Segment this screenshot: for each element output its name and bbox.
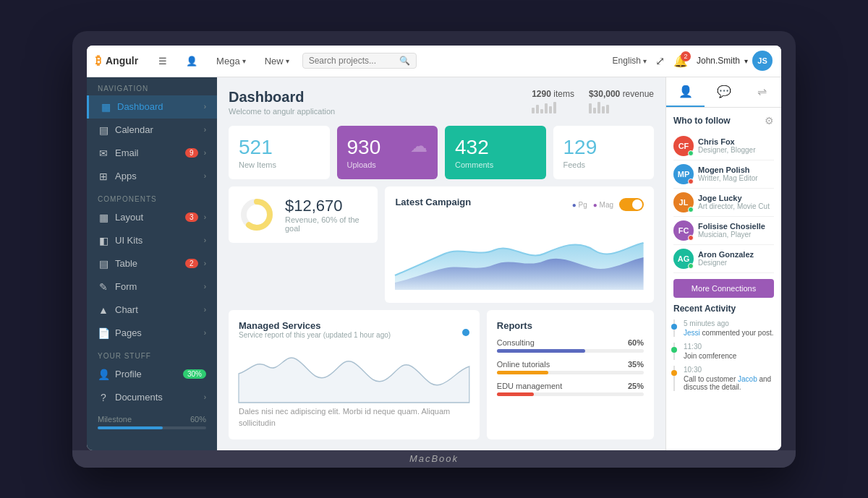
follow-name-3: Folisise Chosielle <box>698 222 765 231</box>
search-input[interactable] <box>309 56 396 66</box>
follow-avatar-1: MP <box>673 164 694 184</box>
laptop-base: MacBook <box>72 450 796 468</box>
sidebar-item-documents[interactable]: ? Documents › <box>87 386 217 409</box>
managed-card: Managed Services Service report of this … <box>229 310 480 439</box>
online-pct: 35% <box>628 360 644 369</box>
online-bar <box>497 371 548 374</box>
online-dot-3 <box>688 235 694 241</box>
activity-text2-2: Call to customer <box>684 375 738 383</box>
managed-text: Dales nisi nec adipiscing elit. Morbi id… <box>239 405 469 429</box>
search-icon: 🔍 <box>399 56 410 66</box>
follow-avatar-0: CF <box>673 136 694 156</box>
notification-button[interactable]: 🔔 2 <box>673 54 688 68</box>
sidebar-item-dashboard[interactable]: ▦ Dashboard › <box>87 95 217 119</box>
activity-time-2: 10:30 <box>684 366 774 374</box>
revenue-label: revenue <box>623 89 654 99</box>
stats-row: 521 New Items ☁ 930 Uploads 432 Comments… <box>229 126 654 179</box>
language-selector[interactable]: English ▾ <box>613 56 647 66</box>
report-item-edu: EDU management 25% <box>497 382 644 396</box>
settings-icon[interactable]: ⚙ <box>765 115 774 126</box>
left-col: $12,670 Revenue, 60% of the goal <box>229 186 378 303</box>
nav-section-label: Navigation <box>87 77 217 95</box>
panel-tabs: 👤 💬 ⇌ <box>666 77 781 108</box>
chevron-right-icon: › <box>204 172 206 180</box>
milestone-bar <box>98 426 163 429</box>
managed-title: Managed Services <box>239 320 391 331</box>
sidebar-item-email[interactable]: ✉ Email 9 › <box>87 142 217 165</box>
laptop-frame: ₿ Angulr ☰ 👤 Mega ▾ New ▾ <box>72 31 796 468</box>
activity-text-0: commented your post. <box>702 329 774 337</box>
milestone-pct: 60% <box>190 415 206 424</box>
expand-button[interactable]: ⤢ <box>655 54 665 68</box>
new-menu-button[interactable]: New ▾ <box>259 53 295 69</box>
chevron-right-icon: › <box>204 283 206 291</box>
page-header: Dashboard Welcome to angulr application … <box>229 89 654 116</box>
top-nav: ₿ Angulr ☰ 👤 Mega ▾ New ▾ <box>87 46 781 77</box>
tab-person[interactable]: 👤 <box>666 77 705 107</box>
mega-menu-button[interactable]: Mega ▾ <box>210 53 252 69</box>
sidebar-item-calendar[interactable]: ▤ Calendar › <box>87 119 217 142</box>
activity-dot-1 <box>671 347 677 353</box>
edu-pct: 25% <box>628 382 644 390</box>
campaign-toggle[interactable] <box>619 198 644 211</box>
follow-name-1: Mogen Polish <box>698 166 758 174</box>
milestone-row: Milestone 60% <box>87 409 217 435</box>
chevron-right-icon: › <box>204 236 206 244</box>
sidebar-item-form[interactable]: ✎ Form › <box>87 275 217 299</box>
uikits-icon: ◧ <box>98 235 109 246</box>
online-dot-0 <box>688 150 694 156</box>
more-connections-button[interactable]: More Connections <box>673 279 774 298</box>
activity-dot-0 <box>671 324 677 330</box>
pages-icon: 📄 <box>98 327 109 339</box>
notification-badge: 2 <box>681 51 691 61</box>
milestone-label: Milestone <box>98 415 132 424</box>
follow-item-3: FC Folisise Chosielle Musician, Player <box>673 217 774 245</box>
chevron-right-icon: › <box>204 213 206 221</box>
follow-name-2: Joge Lucky <box>698 194 770 202</box>
laptop-brand: MacBook <box>409 453 459 464</box>
sidebar-item-uikits[interactable]: ◧ UI Kits › <box>87 229 217 252</box>
sidebar-item-pages[interactable]: 📄 Pages › <box>87 322 217 345</box>
new-items-label: New Items <box>239 160 320 169</box>
sidebar-item-table[interactable]: ▤ Table 2 › <box>87 252 217 275</box>
table-icon: ▤ <box>98 258 109 270</box>
layout-icon: ▦ <box>98 212 109 223</box>
who-follow-header: Who to follow ⚙ <box>673 115 774 126</box>
user-nav-button[interactable]: 👤 <box>180 53 203 69</box>
activity-item-1: 11:30 Join comference <box>673 343 774 360</box>
calendar-icon: ▤ <box>98 124 109 136</box>
menu-button[interactable]: ☰ <box>153 53 173 69</box>
user-menu-button[interactable]: John.Smith ▾ JS <box>697 51 773 71</box>
comments-card: 432 Comments <box>445 126 546 179</box>
managed-indicator <box>462 329 469 336</box>
follow-avatar-3: FC <box>673 220 694 241</box>
online-dot-1 <box>688 179 694 184</box>
main-layout: Navigation ▦ Dashboard › ▤ Calendar › ✉ … <box>87 77 781 450</box>
bottom-row: Managed Services Service report of this … <box>229 310 654 439</box>
top-nav-right: English ▾ ⤢ 🔔 2 John.Smith ▾ JS <box>613 51 773 71</box>
mid-row: $12,670 Revenue, 60% of the goal Latest … <box>229 186 654 303</box>
new-items-card: 521 New Items <box>229 126 330 179</box>
sidebar-item-profile[interactable]: 👤 Profile 30% <box>87 363 217 386</box>
activity-item-0: 5 minutes ago Jessi commented your post. <box>673 319 774 337</box>
chart-icon: ▲ <box>98 304 109 316</box>
panel-body: Who to follow ⚙ CF Chris Fox Designer, B… <box>666 108 781 450</box>
tab-chat[interactable]: 💬 <box>705 77 743 107</box>
activity-link-0[interactable]: Jessi <box>684 329 700 337</box>
chevron-down-icon: ▾ <box>744 57 748 65</box>
sidebar-item-chart[interactable]: ▲ Chart › <box>87 299 217 322</box>
sidebar-item-layout[interactable]: ▦ Layout 3 › <box>87 206 217 229</box>
follow-name-0: Chris Fox <box>698 137 756 146</box>
sidebar-item-apps[interactable]: ⊞ Apps › <box>87 165 217 188</box>
revenue-count: $30,000 <box>589 89 620 99</box>
brand-name: Angulr <box>106 55 138 66</box>
yourstuff-section-label: Your Stuff <box>87 345 217 363</box>
chevron-right-icon: › <box>204 393 206 401</box>
items-mini-chart <box>532 99 574 113</box>
tab-settings[interactable]: ⇌ <box>743 77 781 107</box>
online-dot-4 <box>688 263 694 269</box>
chevron-right-icon: › <box>204 259 206 267</box>
comments-label: Comments <box>455 160 536 169</box>
feeds-num: 129 <box>563 136 644 159</box>
activity-link-2[interactable]: Jacob <box>738 375 757 383</box>
